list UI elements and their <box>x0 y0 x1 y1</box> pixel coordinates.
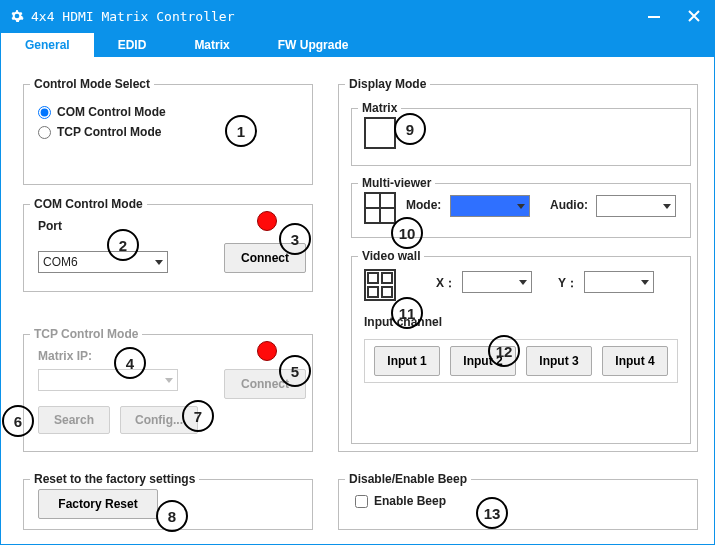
group-control-mode-select: Control Mode Select COM Control Mode TCP… <box>23 77 313 185</box>
multiviewer-icon[interactable] <box>364 192 396 224</box>
radio-com-mode[interactable]: COM Control Mode <box>38 105 298 119</box>
matrix-icon[interactable] <box>364 117 396 149</box>
group-com-mode: COM Control Mode Port COM6 Connect <box>23 197 313 292</box>
window-title: 4x4 HDMI Matrix Controller <box>31 9 235 24</box>
search-button[interactable]: Search <box>38 406 110 434</box>
close-button[interactable] <box>674 1 714 31</box>
chevron-down-icon <box>519 280 527 285</box>
input-4-button[interactable]: Input 4 <box>602 346 668 376</box>
mv-mode-select[interactable] <box>450 195 530 217</box>
tcp-status-indicator <box>257 341 277 361</box>
mv-audio-select[interactable] <box>596 195 676 217</box>
tab-matrix[interactable]: Matrix <box>170 33 253 57</box>
window-buttons <box>634 1 714 31</box>
input-channel-label: Input channel <box>364 315 442 329</box>
group-reset: Reset to the factory settings Factory Re… <box>23 472 313 530</box>
svg-rect-4 <box>382 273 392 283</box>
legend-display-mode: Display Mode <box>345 77 430 91</box>
port-label: Port <box>38 219 62 233</box>
legend-control-mode: Control Mode Select <box>30 77 154 91</box>
vw-y-label: Y： <box>558 275 578 292</box>
config-button[interactable]: Config... <box>120 406 198 434</box>
legend-com-mode: COM Control Mode <box>30 197 147 211</box>
svg-rect-0 <box>648 16 660 18</box>
radio-tcp-label: TCP Control Mode <box>57 125 161 139</box>
matrix-ip-label: Matrix IP: <box>38 349 92 363</box>
com-connect-button[interactable]: Connect <box>224 243 306 273</box>
title-bar: 4x4 HDMI Matrix Controller <box>1 1 714 31</box>
svg-rect-6 <box>382 287 392 297</box>
legend-tcp-mode: TCP Control Mode <box>30 327 142 341</box>
tab-fw[interactable]: FW Upgrade <box>254 33 373 57</box>
vw-x-select[interactable] <box>462 271 532 293</box>
enable-beep-checkbox[interactable]: Enable Beep <box>353 494 683 508</box>
legend-videowall: Video wall <box>358 249 424 263</box>
group-tcp-mode: TCP Control Mode Matrix IP: Connect Sear… <box>23 327 313 452</box>
group-videowall: Video wall X： Y： Input channel I <box>351 249 691 444</box>
legend-beep: Disable/Enable Beep <box>345 472 471 486</box>
port-value: COM6 <box>43 255 78 269</box>
svg-rect-3 <box>368 273 378 283</box>
svg-rect-5 <box>368 287 378 297</box>
body: Control Mode Select COM Control Mode TCP… <box>1 57 714 544</box>
minimize-button[interactable] <box>634 1 674 31</box>
input-2-button[interactable]: Input 2 <box>450 346 516 376</box>
input-channel-box: Input 1 Input 2 Input 3 Input 4 <box>364 339 678 383</box>
chevron-down-icon <box>165 378 173 383</box>
tab-strip: General EDID Matrix FW Upgrade <box>1 31 714 57</box>
port-select[interactable]: COM6 <box>38 251 168 273</box>
app-window: 4x4 HDMI Matrix Controller General EDID … <box>0 0 715 545</box>
tab-general[interactable]: General <box>1 33 94 57</box>
videowall-icon[interactable] <box>364 269 396 301</box>
group-beep: Disable/Enable Beep Enable Beep <box>338 472 698 530</box>
tcp-connect-button[interactable]: Connect <box>224 369 306 399</box>
group-matrix: Matrix <box>351 101 691 166</box>
vw-y-select[interactable] <box>584 271 654 293</box>
legend-multiviewer: Multi-viewer <box>358 176 435 190</box>
legend-matrix: Matrix <box>358 101 401 115</box>
legend-reset: Reset to the factory settings <box>30 472 199 486</box>
radio-com-label: COM Control Mode <box>57 105 166 119</box>
enable-beep-label: Enable Beep <box>374 494 446 508</box>
group-display-mode: Display Mode Matrix Multi-viewer Mode: <box>338 77 698 452</box>
group-multiviewer: Multi-viewer Mode: Audio: <box>351 176 691 238</box>
tab-edid[interactable]: EDID <box>94 33 171 57</box>
mv-mode-label: Mode: <box>406 198 441 212</box>
radio-tcp-mode[interactable]: TCP Control Mode <box>38 125 298 139</box>
chevron-down-icon <box>155 260 163 265</box>
gear-icon <box>9 8 25 24</box>
chevron-down-icon <box>517 204 525 209</box>
chevron-down-icon <box>663 204 671 209</box>
com-status-indicator <box>257 211 277 231</box>
matrix-ip-select[interactable] <box>38 369 178 391</box>
mv-audio-label: Audio: <box>550 198 588 212</box>
input-3-button[interactable]: Input 3 <box>526 346 592 376</box>
factory-reset-button[interactable]: Factory Reset <box>38 489 158 519</box>
vw-x-label: X： <box>436 275 456 292</box>
chevron-down-icon <box>641 280 649 285</box>
input-1-button[interactable]: Input 1 <box>374 346 440 376</box>
